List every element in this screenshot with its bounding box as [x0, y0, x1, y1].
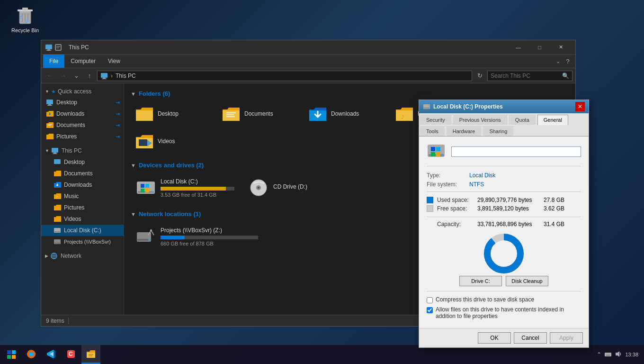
folder-desktop-icon: [135, 105, 154, 122]
up-button[interactable]: ↑: [84, 70, 95, 82]
svg-rect-35: [226, 114, 234, 115]
props-close-button[interactable]: ✕: [575, 102, 585, 111]
taskbar-vscode[interactable]: [42, 345, 61, 364]
drive-c-bar: [161, 187, 234, 191]
recent-locations-button[interactable]: ⌄: [71, 70, 82, 82]
address-path[interactable]: › This PC: [97, 71, 472, 81]
drive-c-free: 3.53 GB free of 31.4 GB: [161, 192, 234, 198]
tab-hardware[interactable]: Hardware: [447, 126, 482, 136]
compress-label: Compress this drive to save disk space: [436, 296, 534, 303]
sidebar-this-pc-music[interactable]: ♪ Music: [41, 191, 124, 202]
drive-name-input[interactable]: [451, 146, 581, 157]
devices-expand[interactable]: ▼: [131, 163, 136, 168]
close-button[interactable]: ✕: [550, 40, 572, 55]
props-divider3: [427, 291, 581, 291]
refresh-button[interactable]: ↻: [474, 70, 485, 82]
sidebar-item-downloads[interactable]: Downloads ⇥: [41, 108, 124, 119]
svg-rect-29: [54, 243, 60, 244]
start-button[interactable]: [2, 345, 21, 364]
drive-c-fill: [161, 187, 226, 191]
svg-rect-20: [52, 148, 58, 153]
sidebar-projects[interactable]: Projects (\\VBoxSvr): [41, 236, 124, 247]
svg-point-57: [150, 229, 152, 231]
search-input[interactable]: [491, 73, 562, 79]
network-projects-fill: [161, 236, 185, 239]
folders-expand[interactable]: ▼: [131, 91, 136, 97]
disk-cleanup-button[interactable]: Disk Cleanup: [506, 276, 548, 286]
ok-button[interactable]: OK: [478, 332, 511, 344]
sidebar-local-disk[interactable]: Local Disk (C:): [41, 225, 124, 236]
folder-videos[interactable]: Videos: [131, 129, 214, 153]
sidebar-this-pc-desktop[interactable]: Desktop: [41, 156, 124, 168]
sidebar-this-pc-documents[interactable]: Documents: [41, 168, 124, 179]
status-items: 9 items: [46, 318, 64, 324]
sidebar-section-quick-access[interactable]: ▼ ★ Quick access: [41, 86, 124, 97]
props-checkboxes: Compress this drive to save disk space A…: [427, 296, 581, 319]
computer-small-icon: [100, 72, 108, 80]
apply-button[interactable]: Apply: [550, 332, 583, 344]
help-button[interactable]: ?: [562, 55, 573, 67]
svg-rect-12: [101, 73, 107, 78]
svg-rect-40: [139, 139, 147, 146]
taskbar-app3[interactable]: C: [62, 345, 80, 364]
tab-file[interactable]: File: [43, 55, 64, 68]
folder-desktop[interactable]: Desktop: [131, 102, 214, 126]
folder-documents[interactable]: Documents: [217, 102, 300, 126]
tab-quota[interactable]: Quota: [509, 115, 536, 125]
svg-point-70: [493, 243, 514, 264]
title-bar: This PC — □ ✕: [41, 40, 575, 55]
tab-computer[interactable]: Computer: [64, 55, 102, 68]
index-checkbox[interactable]: [427, 307, 433, 313]
tray-chevron[interactable]: ⌃: [597, 351, 601, 358]
sidebar-documents-label: Documents: [56, 122, 85, 128]
svg-rect-48: [145, 189, 149, 192]
tab-security[interactable]: Security: [420, 115, 451, 125]
ribbon-tabs: File Computer View ⌄ ?: [41, 55, 575, 68]
tab-general[interactable]: General: [537, 115, 568, 125]
drive-c[interactable]: Local Disk (C:) 3.53 GB free of 31.4 GB: [131, 173, 240, 202]
pin-icon2: ⇥: [116, 111, 120, 117]
drive-d[interactable]: CD Drive (D:): [243, 173, 352, 202]
tab-view[interactable]: View: [102, 55, 126, 68]
svg-point-51: [258, 187, 259, 189]
folder-downloads[interactable]: Downloads: [304, 102, 387, 126]
svg-rect-36: [226, 116, 235, 117]
sidebar-item-desktop[interactable]: Desktop ⇥: [41, 97, 124, 108]
tab-previous-versions[interactable]: Previous Versions: [453, 115, 507, 125]
minimize-button[interactable]: —: [508, 40, 529, 55]
sidebar-this-pc-pictures[interactable]: Pictures: [41, 202, 124, 213]
network-projects-free: 660 GB free of 878 GB: [161, 241, 258, 246]
sidebar-section-network[interactable]: ▶ Network: [41, 250, 124, 262]
cancel-button[interactable]: Cancel: [514, 332, 547, 344]
sidebar-this-pc-videos[interactable]: Videos: [41, 213, 124, 225]
network-expand[interactable]: ▼: [131, 211, 136, 217]
maximize-button[interactable]: □: [529, 40, 550, 55]
sidebar-item-documents[interactable]: Documents ⇥: [41, 119, 124, 131]
sidebar-local-disk-label: Local Disk (C:): [64, 227, 101, 234]
status-divider: [68, 318, 69, 324]
quick-access-label: Quick access: [58, 88, 91, 95]
sidebar-this-pc-downloads[interactable]: Downloads: [41, 179, 124, 191]
donut-container: Drive C: Disk Cleanup: [427, 232, 581, 286]
svg-rect-82: [606, 355, 610, 356]
svg-point-60: [428, 108, 429, 109]
drive-label-text: Drive C:: [459, 276, 502, 286]
tab-tools[interactable]: Tools: [420, 126, 445, 136]
taskbar-explorer[interactable]: [81, 345, 100, 364]
network-projects[interactable]: Projects (\\VBoxSvr) (Z:) 660 GB free of…: [131, 222, 263, 251]
sidebar-section-this-pc[interactable]: ▼ This PC: [41, 145, 124, 156]
documents-folder-icon: [46, 121, 54, 129]
taskbar-firefox[interactable]: [22, 345, 41, 364]
folders-section-header: ▼ Folders (6): [131, 90, 569, 97]
type-value: Local Disk: [469, 172, 495, 179]
forward-button[interactable]: →: [57, 70, 69, 82]
compress-checkbox[interactable]: [427, 297, 433, 303]
sidebar-item-pictures[interactable]: Pictures ⇥: [41, 131, 124, 142]
expand-icon: ▼: [45, 89, 49, 94]
used-space-bytes: 29,890,379,776 bytes: [477, 197, 544, 203]
recycle-bin[interactable]: Recycle Bin: [9, 5, 42, 33]
back-button[interactable]: ←: [44, 70, 55, 82]
tab-sharing[interactable]: Sharing: [483, 126, 513, 136]
search-box[interactable]: 🔍: [487, 71, 572, 81]
ribbon-chevron-button[interactable]: ⌄: [556, 58, 560, 64]
